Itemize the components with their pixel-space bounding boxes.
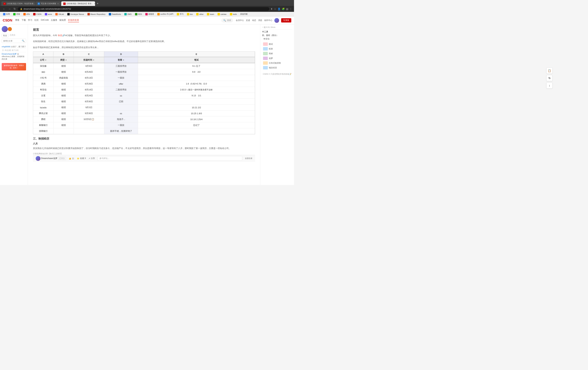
nav-hot[interactable]: 职场和发展 [68, 19, 79, 22]
follow-button[interactable]: 已关注 [10, 34, 15, 37]
cell-initial-4: offer [104, 81, 138, 87]
blog-search-box[interactable]: 🔍 [2, 39, 26, 43]
bookmark-apps[interactable]: 应用 [2, 12, 11, 16]
bookmark-sonatype[interactable]: Sonatype Nexus [66, 13, 85, 16]
tab-3[interactable]: C (102条消息)【秋招总结】双非... ✕ [61, 1, 95, 6]
cell-written-2: 9.9 2/2 [138, 69, 255, 75]
bookmark-tools[interactable]: tools [229, 13, 238, 16]
bookmark-ata-label: ATA [26, 13, 30, 15]
cell-company-10: 携程 [33, 116, 53, 122]
bookmark-nuoman[interactable]: 诺曼度 [144, 12, 155, 16]
nav-cloud[interactable]: 云服务 [51, 19, 57, 22]
toc-item-1[interactable]: 面试 [262, 42, 292, 46]
sidebar-icon[interactable]: ▤ [286, 8, 288, 10]
user-avatar[interactable] [274, 18, 279, 23]
cell-time-10: 10月5日📋 [74, 116, 104, 122]
bookmark-dms-label: DMS [127, 13, 131, 15]
cell-initial-11: 一面挂 [104, 122, 138, 128]
toc-label[interactable]: 全部目录 [245, 157, 252, 160]
bookmark-ata[interactable]: ATA [22, 13, 31, 16]
commenter-name: Dreamchaser追梦 [41, 157, 57, 160]
nav-community[interactable]: 社区 [34, 19, 39, 22]
nav-gitcode[interactable]: GitCode [41, 19, 49, 22]
table-row: 小红书 伪提前批 8月13日 一面挂 [33, 75, 255, 81]
bookmark-cainiao[interactable]: cainiao [216, 13, 228, 16]
bookmark-csdn[interactable]: CSDN [32, 13, 43, 16]
screenshot-icon[interactable]: ⬆ [271, 8, 273, 10]
tab3-close[interactable]: ✕ [94, 2, 95, 5]
toc-item-3[interactable]: 简材 [262, 51, 292, 56]
spreadsheet-container: A B C D E 公司 ▼ 类型 ▼ 投递时间 ▼ [33, 51, 255, 134]
write-blog-button[interactable]: 写博客 [281, 18, 291, 22]
private-message-button[interactable]: 私信 [2, 34, 9, 37]
type-filter-icon[interactable]: ▼ [65, 59, 67, 61]
nav-download[interactable]: 下载 [21, 19, 26, 22]
initial-filter-icon[interactable]: ▼ [123, 59, 125, 61]
toc-item-6[interactable]: 项目经历 [262, 65, 292, 70]
share-section[interactable]: ↗ 分享 [88, 157, 95, 160]
messages[interactable]: 消息 [258, 19, 262, 22]
search-blog-icon[interactable]: 🔍 [22, 40, 24, 42]
bookmark-dms[interactable]: DMS [123, 13, 133, 16]
search-blog-input[interactable] [3, 40, 22, 42]
bookmark-star-icon[interactable]: ☆ [274, 8, 276, 10]
nav-yuanzhi[interactable]: 猿知景 [59, 19, 66, 22]
dataworks-icon [109, 13, 111, 15]
bookmark-doc[interactable]: doc [186, 13, 194, 16]
bookmark-yuque[interactable]: 语雀 [12, 12, 21, 16]
bookmark-gitlab[interactable]: GitLab [54, 13, 65, 16]
comment-input[interactable]: 参与评论... [98, 156, 242, 161]
create-center[interactable]: 创作中心 [264, 19, 272, 22]
submit-filter-icon[interactable]: ▼ [93, 59, 94, 61]
toc-thumb-5 [263, 61, 268, 65]
footprint[interactable]: 足迹 [246, 19, 250, 22]
bookmark-learn[interactable]: 学习 [175, 12, 185, 16]
csdn-logo[interactable]: CSDN [3, 19, 12, 22]
toc-item-4[interactable]: 追梦 [262, 56, 292, 61]
tab-1[interactable]: C (102条消息) CSDN - 专业开发者... ✕ [1, 1, 35, 6]
cell-company-7: 恒生 [33, 99, 53, 104]
like-icon: 👍 [69, 157, 71, 160]
follow-status[interactable]: 已关注 [58, 157, 66, 160]
bookmark-sunfire[interactable]: sunfire-中心API [156, 12, 175, 16]
toc-item-2[interactable]: 投资 [262, 46, 292, 51]
bookmark-sunfire-label: sunfire-中心API [160, 13, 173, 15]
reload-button[interactable]: ↻ [13, 7, 16, 11]
bookmark-maven[interactable]: Maven Repository [86, 13, 107, 16]
bookmark-other[interactable]: other [195, 13, 205, 16]
toc-item-5[interactable]: 分布式租房务 [262, 61, 292, 65]
tab2-close[interactable]: ✕ [57, 2, 59, 5]
profile-icon[interactable]: 👤 [278, 8, 281, 10]
toc-thumb-6 [263, 66, 268, 70]
bookmark-team[interactable]: team [206, 13, 215, 16]
extension-icon[interactable]: 🧩 [282, 8, 285, 10]
menu-icon[interactable]: ⋮ [290, 8, 292, 10]
cainiao-folder-icon [218, 13, 220, 15]
cell-time-6: 8月24日 [74, 93, 104, 99]
bookmark-dataworks[interactable]: DataWorks [107, 13, 122, 16]
preface-section: 前言 因为大环境的影响，今年 秋招🔗HC缩编，导致竞争的激烈程度比往年高了不少。… [33, 28, 255, 49]
nav-learn[interactable]: 学习 [28, 19, 32, 22]
commenter-1-name: mhg66666 [2, 46, 10, 48]
back-button[interactable]: ← [2, 7, 6, 11]
cell-written-1: 9.1 忘了 [138, 63, 255, 69]
vip-center[interactable]: 会员中心 [236, 19, 244, 22]
new-tab-button[interactable]: + [95, 2, 100, 5]
company-filter-icon[interactable]: ▼ [45, 59, 47, 61]
bookmark-nuoman-label: 诺曼度 [148, 13, 154, 15]
url-box[interactable]: 🔒 dreamchaser.blog.csdn.net/article/deta… [18, 7, 269, 11]
bookmark-rds[interactable]: RDS [134, 13, 143, 16]
nav-blog[interactable]: 博客 [15, 19, 20, 22]
dynamic[interactable]: 动态 [252, 19, 256, 22]
col-initial-label: 初筛 [118, 59, 122, 61]
like-section[interactable]: 👍 11 [69, 157, 74, 160]
cell-initial-5: 二面排序挂 [104, 87, 138, 93]
bookmark-aone[interactable]: aone [43, 13, 53, 16]
collect-section[interactable]: ⭐ 收藏 9 [77, 157, 86, 160]
tab-2[interactable]: 写 写文章-CSDN博客 ✕ [35, 1, 61, 6]
ad-banner[interactable]: 邀请我的朋友参用「博博计划」咨询！ [2, 63, 26, 70]
table-row: 恒生 校招 8月30日 已拒 [33, 99, 255, 105]
forward-button[interactable]: → [7, 7, 11, 11]
bookmark-other-bookmarks[interactable]: 其他书签 [239, 12, 249, 16]
search-bar[interactable]: 🔍 搜索 [221, 18, 233, 22]
